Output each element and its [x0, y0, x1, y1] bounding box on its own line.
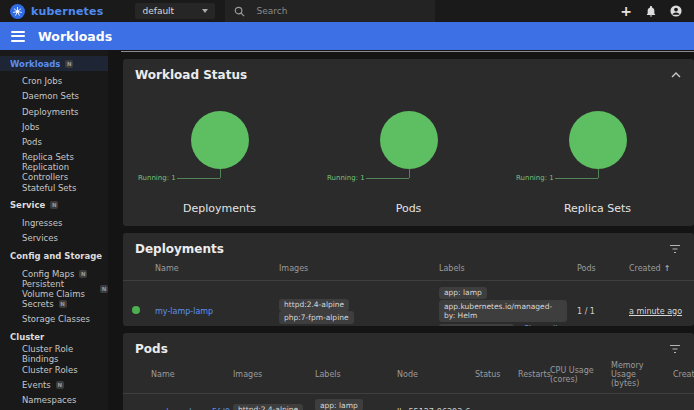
brand-name: kubernetes [31, 5, 103, 18]
pods-table-body: my-lamp-lamp-5fd985cf68-jwvz4httpd:2.4-a… [123, 394, 694, 410]
column-header-restarts[interactable]: Restarts [513, 370, 547, 379]
sidebar-item-label: Ingresses [22, 218, 62, 228]
created-time-link[interactable]: a minute ago [629, 307, 682, 316]
collapse-chevron-up-icon[interactable] [671, 72, 681, 78]
pods-title: Pods [135, 342, 168, 356]
sidebar-item-storage-classes[interactable]: Storage Classes [0, 312, 108, 327]
column-header-labels[interactable]: Labels [427, 264, 567, 273]
sidebar-item-jobs[interactable]: Jobs [0, 119, 108, 134]
column-header-label: Images [233, 370, 262, 379]
app-bar: Workloads [0, 22, 694, 50]
name-cell: my-lamp-lamp [147, 307, 267, 316]
pie-chart-circle [569, 111, 627, 169]
column-header-label: Pods [577, 264, 596, 273]
sidebar-item-label: Config Maps [22, 269, 74, 279]
column-header-label: Labels [439, 264, 465, 273]
filter-icon[interactable] [669, 344, 681, 354]
workload-chart-replica-sets: Running: 1Replica Sets [503, 85, 692, 221]
namespaced-badge-icon: N [65, 60, 73, 68]
sidebar-item-label: Pods [22, 137, 42, 147]
label-line: app: lamp [315, 399, 393, 410]
kubernetes-logo-icon[interactable] [10, 4, 25, 19]
column-header-node[interactable]: Node [393, 370, 475, 379]
deployment-name-link[interactable]: my-lamp-lamp [155, 307, 213, 316]
sidebar-item-deployments[interactable]: Deployments [0, 104, 108, 119]
deployments-table-body: my-lamp-lamphttpd:2.4-alpinephp:7-fpm-al… [123, 281, 694, 326]
show-all-link[interactable]: Show all [524, 325, 557, 326]
chart-legend-label: Running: 1 [327, 174, 365, 182]
sidebar-item-ingresses[interactable]: Ingresses [0, 215, 108, 230]
column-header-label: Created [673, 370, 694, 379]
column-header-label: Name [151, 370, 175, 379]
sidebar-item-config-and-storage: Config and Storage [0, 248, 108, 263]
create-resource-button[interactable]: + [620, 4, 632, 18]
image-chip: php:7-fpm-alpine [279, 311, 354, 323]
sidebar-item-label: Secrets [22, 299, 54, 309]
column-header-label: Restarts [518, 370, 551, 379]
search-box[interactable] [225, 0, 435, 22]
namespaced-badge-icon: N [79, 270, 87, 278]
column-header-label: Node [397, 370, 418, 379]
sidebar-item-label: Replication Controllers [22, 162, 108, 182]
pie-chart-circle [380, 111, 438, 169]
pod-row: my-lamp-lamp-5fd985cf68-jwvz4httpd:2.4-a… [123, 394, 694, 410]
search-input[interactable] [254, 5, 426, 17]
sidebar-item-namespaces[interactable]: Namespaces [0, 392, 108, 407]
column-header-label: Labels [315, 370, 341, 379]
labels-cell: app: lampapp.kubernetes.io/managed-by: H… [427, 285, 567, 326]
chart-title: Replica Sets [503, 202, 692, 215]
sidebar-item-cluster-role-bindings[interactable]: Cluster Role Bindings [0, 347, 108, 362]
column-header-labels[interactable]: Labels [311, 370, 393, 379]
chevron-down-icon [202, 9, 208, 13]
menu-hamburger-icon[interactable] [11, 31, 25, 42]
workload-status-header: Workload Status [123, 59, 694, 85]
chart-title: Deployments [125, 202, 314, 215]
top-actions: + [620, 4, 684, 18]
column-header-name[interactable]: Name [147, 264, 267, 273]
sidebar-item-workloads[interactable]: WorkloadsN [0, 56, 108, 71]
workload-chart-deployments: Running: 1Deployments [125, 85, 314, 221]
legend-leader-line [366, 178, 409, 179]
image-line: httpd:2.4-alpine [233, 404, 311, 410]
sidebar-item-services[interactable]: Services [0, 231, 108, 246]
namespace-selector[interactable]: default [135, 3, 215, 19]
column-header-memory-usage-bytes[interactable]: Memory Usage (bytes) [609, 361, 665, 389]
column-header-created[interactable]: Created↑ [615, 264, 694, 273]
sidebar-item-pods[interactable]: Pods [0, 134, 108, 149]
labels-cell: app: lamppod-template-hash: 5fd985cf68 [311, 398, 393, 410]
column-header-status[interactable]: Status [475, 370, 513, 379]
page-title: Workloads [38, 29, 112, 44]
sidebar-item-persistent-volume-claims[interactable]: Persistent Volume ClaimsN [0, 281, 108, 296]
account-user-icon[interactable] [670, 5, 682, 17]
workload-status-card: Workload Status Running: 1DeploymentsRun… [123, 59, 694, 226]
deployment-row: my-lamp-lamphttpd:2.4-alpinephp:7-fpm-al… [123, 281, 694, 326]
chart-title: Pods [314, 202, 503, 215]
status-ok-icon [132, 306, 140, 314]
deployments-header: Deployments [123, 233, 694, 259]
column-header-images[interactable]: Images [231, 370, 311, 379]
sidebar-item-daemon-sets[interactable]: Daemon Sets [0, 89, 108, 104]
status-cell [123, 306, 147, 316]
sidebar-item-label: Namespaces [22, 395, 76, 405]
notifications-bell-icon[interactable] [646, 6, 656, 17]
column-header-name[interactable]: Name [147, 370, 231, 379]
column-header-label: Created [629, 264, 661, 273]
column-header-images[interactable]: Images [267, 264, 427, 273]
chart-legend-label: Running: 1 [516, 174, 554, 182]
column-header-pods[interactable]: Pods [567, 264, 615, 273]
column-header-label: CPU Usage (cores) [550, 366, 594, 384]
sidebar-item-events[interactable]: EventsN [0, 377, 108, 392]
sidebar-item-label: Config and Storage [10, 251, 102, 261]
label-chip: chart: lamp-1.1.5 [439, 324, 514, 326]
sidebar-item-label: Daemon Sets [22, 91, 79, 101]
sidebar-item-replication-controllers[interactable]: Replication Controllers [0, 165, 108, 180]
label-chip: app: lamp [439, 287, 487, 299]
sidebar-item-cron-jobs[interactable]: Cron Jobs [0, 74, 108, 89]
pods-count-cell: 1 / 1 [567, 307, 615, 316]
label-chip: app.kubernetes.io/managed-by: Helm [439, 300, 567, 322]
filter-icon[interactable] [669, 244, 681, 254]
column-header-created[interactable]: Created↑ [665, 370, 694, 379]
legend-leader-line [555, 178, 598, 179]
label-line: app: lamp [439, 287, 567, 299]
column-header-cpu-usage-cores[interactable]: CPU Usage (cores) [547, 366, 609, 384]
